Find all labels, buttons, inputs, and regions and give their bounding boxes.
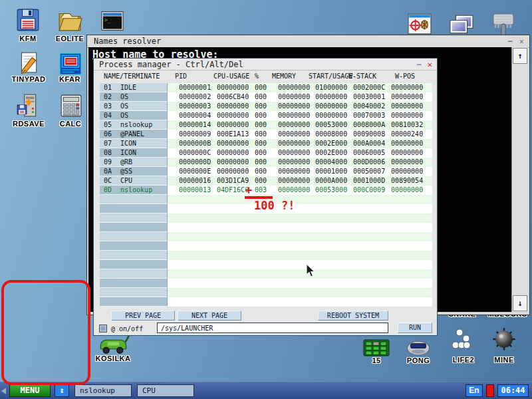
- taskbar-red-indicator[interactable]: [486, 384, 494, 397]
- icon-label-eolite: EOLITE: [56, 35, 84, 43]
- cell-pid: 0000000B: [179, 140, 211, 147]
- process-row-empty: [100, 260, 432, 269]
- menu-button[interactable]: MENU: [9, 384, 51, 397]
- desktop-icon-rdsave[interactable]: [15, 93, 41, 118]
- onoff-checkbox[interactable]: [99, 325, 107, 332]
- cell-start: 0002E000: [315, 149, 347, 156]
- cell-mem: 00000000: [278, 84, 310, 91]
- cell-pct: 000: [255, 102, 267, 110]
- resolver-scrollbar[interactable]: ↑ ↓: [511, 47, 528, 312]
- annotation-note-text: 100 ?!: [254, 199, 295, 212]
- scroll-up-icon[interactable]: ↑: [513, 48, 527, 64]
- desktop-icon-calc[interactable]: [59, 94, 84, 118]
- process-name-cell: [100, 195, 168, 204]
- cell-mem: 00000000: [278, 93, 310, 100]
- cell-num: 06: [104, 130, 112, 138]
- desktop-icon-kfar[interactable]: [58, 52, 83, 76]
- cell-name: ICON: [120, 149, 136, 156]
- launcher-path-input[interactable]: [157, 323, 388, 333]
- desktop-icon-debugger[interactable]: [408, 12, 432, 36]
- resolver-minimize-button[interactable]: −: [508, 37, 513, 45]
- col-memory: MEMORY: [272, 72, 296, 80]
- desktop-icon-life2[interactable]: [451, 328, 475, 353]
- fifteen-puzzle-icon: [363, 339, 390, 356]
- desktop-icon-chip[interactable]: [490, 10, 517, 37]
- process-row-0A: 0A@SS0000000E000000000000000000000001000…: [100, 167, 432, 176]
- desktop-icon-window-copy[interactable]: [449, 13, 474, 36]
- process-row-02: 02OS000000020006CB4000000000000000000000…: [100, 92, 432, 102]
- notepad-pencil-icon: [17, 51, 41, 74]
- prev-page-button[interactable]: PREV PAGE: [111, 311, 175, 321]
- process-close-button[interactable]: ✕: [428, 61, 432, 68]
- cell-start: 00053000: [315, 121, 347, 128]
- cell-wpos: 00890054: [391, 177, 423, 184]
- run-button[interactable]: RUN: [398, 323, 432, 333]
- taskbar-task-cpu[interactable]: CPU: [137, 384, 194, 397]
- cell-pid: 00000014: [179, 121, 211, 128]
- col-pid: PID: [175, 72, 187, 80]
- desktop-icon-tinypad[interactable]: [16, 51, 41, 74]
- next-page-button[interactable]: NEXT PAGE: [178, 311, 241, 321]
- desktop-icon-mine[interactable]: [491, 326, 517, 352]
- process-titlebar[interactable]: Process manager - Ctrl/Alt/Del − ✕: [94, 59, 437, 70]
- lawnmower-icon: [98, 334, 130, 354]
- col-name: NAME/TERMINATE: [104, 72, 160, 80]
- cell-cpu: 04DF16C0: [217, 186, 249, 194]
- process-data-cell: [168, 213, 432, 223]
- process-row-empty: [100, 241, 432, 251]
- cell-mem: 00000000: [278, 168, 310, 175]
- resolver-close-button[interactable]: ✕: [519, 37, 524, 45]
- process-row-09: 09@RB0000000D000000000000000000000004000…: [100, 158, 432, 167]
- desktop-icon-15[interactable]: [363, 339, 390, 356]
- process-data-cell: [168, 195, 432, 204]
- resolver-titlebar[interactable]: Names resolver − ✕: [87, 35, 529, 48]
- cell-cpu: 0006CB40: [217, 93, 249, 100]
- icon-label-15: 15: [372, 356, 380, 364]
- desktop-icon-kfm[interactable]: [15, 8, 41, 32]
- cell-name: IDLE: [120, 84, 136, 91]
- cell-name: @RB: [120, 158, 132, 166]
- process-name-cell: [100, 297, 168, 307]
- cell-wstack: 00030001: [353, 93, 385, 100]
- reboot-system-button[interactable]: REBOOT SYSTEM: [318, 311, 388, 321]
- process-row-03: 03OS000000030000000000000000000000000000…: [100, 102, 432, 111]
- desktop-icon-pong[interactable]: [406, 338, 431, 356]
- cell-pct: 000: [255, 149, 267, 156]
- cell-start: 00000000: [315, 102, 347, 110]
- scroll-down-icon[interactable]: ↓: [513, 295, 527, 311]
- process-minimize-button[interactable]: −: [417, 61, 422, 68]
- taskbar-task-nslookup[interactable]: nslookup: [74, 384, 132, 397]
- window-switch-button[interactable]: ↕: [55, 384, 69, 397]
- cell-pct: 000: [255, 158, 267, 166]
- process-row-empty: [100, 223, 432, 232]
- language-indicator[interactable]: En: [466, 384, 483, 397]
- cell-mem: 00000000: [278, 177, 310, 184]
- process-row-0D: 0Dnslookup0000001304DF16C000300000000000…: [100, 186, 432, 195]
- cell-num: 0D: [104, 186, 112, 194]
- cell-num: 03: [104, 102, 112, 110]
- process-row-empty: [100, 269, 432, 279]
- cell-start: 0002E000: [315, 140, 347, 147]
- cell-num: 01: [104, 84, 112, 91]
- annotation-highlight-rectangle: [1, 280, 90, 385]
- kfar-screen-icon: [59, 52, 82, 76]
- process-data-cell: [168, 269, 432, 279]
- process-data-cell: [168, 241, 432, 251]
- cell-mem: 00000000: [278, 158, 310, 166]
- taskbar-clock[interactable]: 06:44: [497, 384, 529, 397]
- cell-pid: 00000013: [179, 186, 211, 194]
- cell-wstack: 00070003: [353, 112, 385, 119]
- desktop-icon-kosilka[interactable]: [98, 334, 130, 354]
- desktop-icon-eolite[interactable]: [57, 9, 82, 33]
- process-name-cell: [100, 269, 168, 279]
- process-data-cell: [168, 232, 432, 241]
- desktop-icon-terminal[interactable]: >_: [100, 11, 124, 31]
- taskbar-collapse-icon[interactable]: [1, 388, 6, 394]
- icon-label-pong: PONG: [407, 356, 430, 364]
- cell-num: 07: [104, 140, 112, 147]
- cell-cpu: 00000000: [217, 168, 249, 175]
- cell-start: 0000A000: [315, 177, 347, 184]
- process-name-cell: [100, 279, 168, 288]
- icon-label-tinypad: TINYPAD: [12, 75, 46, 83]
- cell-num: 08: [104, 149, 112, 156]
